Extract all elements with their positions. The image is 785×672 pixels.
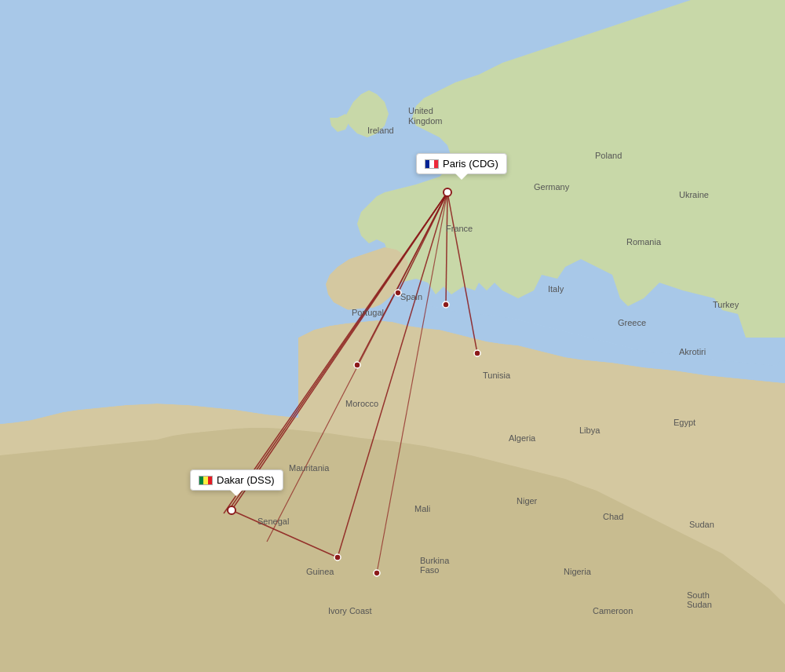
svg-text:Senegal: Senegal	[257, 517, 289, 526]
svg-text:France: France	[446, 224, 473, 233]
svg-text:Tunisia: Tunisia	[483, 371, 511, 380]
svg-point-14	[474, 350, 480, 356]
svg-point-13	[443, 301, 449, 308]
svg-text:Egypt: Egypt	[674, 418, 696, 427]
svg-text:Spain: Spain	[400, 292, 422, 301]
svg-text:Poland: Poland	[595, 151, 622, 160]
svg-text:Libya: Libya	[579, 425, 601, 435]
svg-text:Algeria: Algeria	[509, 433, 536, 443]
svg-text:Germany: Germany	[534, 182, 570, 192]
svg-text:Portugal: Portugal	[352, 308, 384, 317]
svg-point-17	[374, 570, 380, 576]
svg-text:Faso: Faso	[420, 565, 439, 575]
svg-text:Mauritania: Mauritania	[289, 463, 330, 473]
svg-text:Morocco: Morocco	[345, 399, 378, 408]
svg-text:Italy: Italy	[548, 284, 564, 294]
svg-point-19	[228, 506, 236, 514]
svg-text:United: United	[408, 106, 433, 115]
svg-text:Greece: Greece	[618, 318, 646, 327]
svg-text:South: South	[687, 590, 710, 600]
map-container: Ireland United Kingdom France Portugal S…	[0, 0, 785, 672]
svg-text:Ukraine: Ukraine	[679, 190, 709, 199]
svg-text:Turkey: Turkey	[713, 300, 739, 309]
svg-text:Burkina: Burkina	[420, 556, 450, 565]
svg-text:Kingdom: Kingdom	[408, 116, 442, 126]
svg-text:Chad: Chad	[603, 512, 623, 521]
svg-text:Mali: Mali	[414, 504, 430, 513]
svg-text:Sudan: Sudan	[689, 520, 714, 529]
map-svg: Ireland United Kingdom France Portugal S…	[0, 0, 785, 672]
svg-text:Ireland: Ireland	[367, 126, 394, 135]
svg-text:Ivory Coast: Ivory Coast	[328, 606, 372, 615]
svg-point-18	[444, 188, 451, 196]
svg-text:Akrotiri: Akrotiri	[679, 347, 706, 356]
svg-text:Niger: Niger	[517, 496, 538, 506]
svg-text:Romania: Romania	[626, 237, 662, 247]
svg-text:Sudan: Sudan	[687, 600, 712, 609]
svg-text:Cameroon: Cameroon	[593, 606, 633, 615]
svg-text:Guinea: Guinea	[306, 567, 334, 576]
svg-point-16	[334, 554, 341, 561]
svg-text:Nigeria: Nigeria	[564, 567, 592, 576]
svg-point-15	[354, 362, 360, 368]
